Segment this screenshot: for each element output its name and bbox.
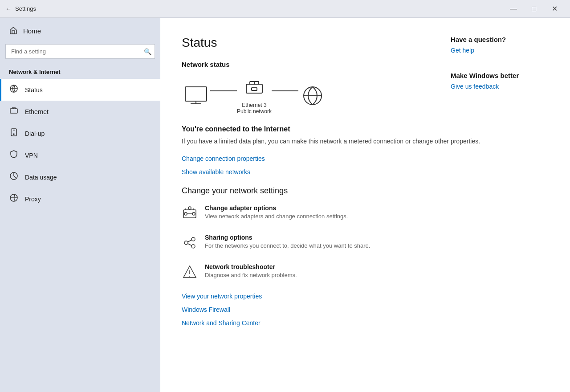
- titlebar-controls: ←: [5, 5, 15, 12]
- svg-point-12: [188, 207, 191, 209]
- svg-rect-0: [12, 31, 15, 34]
- svg-point-14: [192, 212, 195, 215]
- ethernet-icon: [9, 106, 19, 117]
- svg-rect-9: [252, 88, 257, 90]
- computer-icon: [182, 84, 210, 107]
- sharing-title: Sharing options: [205, 234, 370, 241]
- troubleshooter-title: Network troubleshooter: [205, 263, 297, 270]
- vpn-icon: [9, 150, 19, 161]
- sharing-text: Sharing options For the networks you con…: [205, 234, 370, 249]
- troubleshooter-setting[interactable]: Network troubleshooter Diagnose and fix …: [182, 263, 549, 282]
- sidebar-nav: Status Ethernet: [0, 79, 160, 392]
- ethernet-device-label: Ethernet 3 Public network: [237, 102, 272, 114]
- back-button[interactable]: ←: [5, 5, 12, 12]
- question-label: Have a question?: [451, 36, 549, 43]
- svg-rect-8: [246, 84, 262, 93]
- troubleshooter-desc: Diagnose and fix network problems.: [205, 272, 297, 278]
- line-2: [272, 90, 298, 91]
- search-container: 🔍: [5, 44, 155, 59]
- sharing-setting[interactable]: Sharing options For the networks you con…: [182, 234, 549, 253]
- status-icon: [9, 84, 19, 95]
- titlebar: ← Settings — □ ✕: [0, 0, 570, 18]
- dialup-icon: [9, 128, 19, 139]
- vpn-label: VPN: [25, 152, 38, 159]
- close-button[interactable]: ✕: [544, 0, 565, 18]
- data-usage-icon: [9, 172, 19, 183]
- ethernet-label: Ethernet: [25, 108, 49, 115]
- content-area: Have a question? Get help Make Windows b…: [160, 18, 570, 392]
- svg-point-17: [191, 245, 195, 248]
- proxy-label: Proxy: [25, 196, 41, 203]
- home-nav-item[interactable]: Home: [0, 18, 160, 44]
- right-panel: Have a question? Get help Make Windows b…: [451, 36, 549, 96]
- sharing-icon: [182, 235, 198, 253]
- titlebar-title: Settings: [15, 5, 503, 12]
- line-1: [210, 90, 237, 91]
- proxy-icon: [9, 193, 19, 204]
- change-connection-link[interactable]: Change connection properties: [182, 155, 549, 162]
- sidebar-section-title: Network & Internet: [0, 63, 160, 79]
- make-better-section: Make Windows better Give us feedback: [451, 72, 549, 90]
- svg-point-4: [13, 134, 14, 135]
- sidebar-item-status[interactable]: Status: [0, 79, 160, 101]
- sidebar-item-dialup[interactable]: Dial-up: [0, 122, 160, 144]
- sidebar-item-ethernet[interactable]: Ethernet: [0, 101, 160, 122]
- ethernet-device-icon: Ethernet 3 Public network: [237, 77, 272, 114]
- search-icon: 🔍: [144, 48, 151, 55]
- svg-point-13: [184, 212, 187, 215]
- show-networks-link[interactable]: Show available networks: [182, 168, 549, 176]
- internet-icon: [298, 84, 327, 107]
- sidebar-item-vpn[interactable]: VPN: [0, 144, 160, 166]
- view-properties-link[interactable]: View your network properties: [182, 293, 549, 300]
- svg-point-16: [191, 237, 195, 241]
- change-section-title: Change your network settings: [182, 186, 549, 196]
- make-better-label: Make Windows better: [451, 72, 549, 79]
- feedback-link[interactable]: Give us feedback: [451, 83, 549, 90]
- home-label: Home: [23, 27, 41, 35]
- sidebar-item-proxy[interactable]: Proxy: [0, 188, 160, 210]
- adapter-setting[interactable]: Change adapter options View network adap…: [182, 204, 549, 223]
- connected-heading: You're connected to the Internet: [182, 125, 549, 133]
- dialup-label: Dial-up: [25, 130, 45, 137]
- status-label: Status: [25, 86, 43, 94]
- minimize-button[interactable]: —: [503, 0, 524, 18]
- maximize-button[interactable]: □: [524, 0, 544, 18]
- troubleshooter-icon: [182, 264, 198, 282]
- sharing-center-link[interactable]: Network and Sharing Center: [182, 319, 549, 327]
- adapter-desc: View network adapters and change connect…: [205, 213, 348, 220]
- main-container: Home 🔍 Network & Internet Status: [0, 18, 570, 392]
- sharing-desc: For the networks you connect to, decide …: [205, 242, 370, 249]
- adapter-icon: [182, 205, 198, 223]
- search-input[interactable]: [5, 44, 155, 59]
- home-icon: [9, 26, 18, 36]
- sidebar-item-data-usage[interactable]: Data usage: [0, 166, 160, 188]
- data-usage-label: Data usage: [25, 174, 57, 181]
- svg-point-15: [184, 241, 188, 245]
- troubleshooter-text: Network troubleshooter Diagnose and fix …: [205, 263, 297, 278]
- connected-desc: If you have a limited data plan, you can…: [182, 137, 549, 146]
- firewall-link[interactable]: Windows Firewall: [182, 306, 549, 313]
- svg-rect-7: [185, 87, 207, 101]
- get-help-link[interactable]: Get help: [451, 47, 549, 54]
- adapter-title: Change adapter options: [205, 204, 348, 212]
- sidebar: Home 🔍 Network & Internet Status: [0, 18, 160, 392]
- adapter-text: Change adapter options View network adap…: [205, 204, 348, 220]
- svg-rect-2: [10, 109, 17, 113]
